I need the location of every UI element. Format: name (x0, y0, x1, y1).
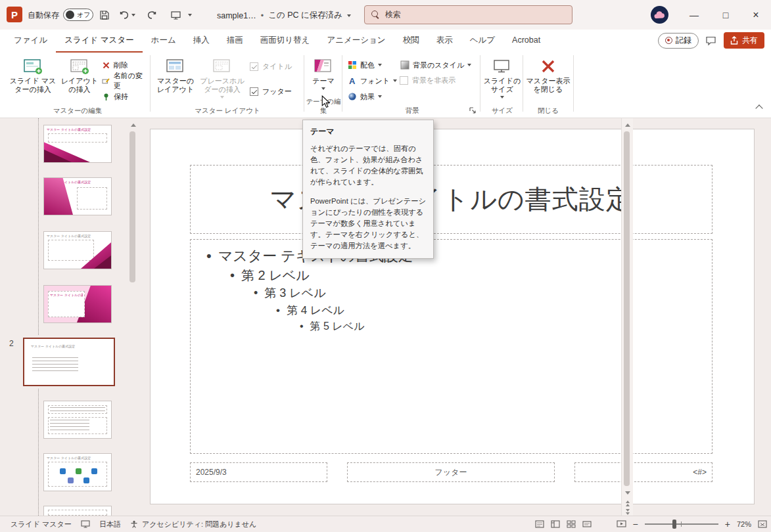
bullet-text: 第 2 レベル (241, 266, 310, 284)
tab-help[interactable]: ヘルプ (461, 30, 503, 53)
main-scrollbar[interactable] (621, 118, 633, 516)
thumbnail-scrollbar[interactable] (128, 118, 138, 516)
language-label[interactable]: 日本語 (99, 520, 121, 529)
minimize-button[interactable]: — (679, 0, 709, 30)
group-background: 配色 A フォント 効果 背景のスタイル (344, 53, 480, 118)
redo-button[interactable] (143, 7, 160, 24)
group-divider (480, 55, 480, 112)
layout-thumbnail-2[interactable]: マスター タイトルの書式設定 (43, 177, 112, 215)
effects-button[interactable]: 効果 (346, 89, 384, 104)
slideshow-dropdown-icon[interactable] (188, 14, 192, 16)
accessibility-status[interactable]: アクセシビリティ: 問題ありません (142, 520, 256, 529)
title-placeholder[interactable]: マスター タイトルの書式設定 (190, 165, 713, 234)
fit-to-window-button[interactable] (758, 520, 767, 528)
master-layout-button[interactable]: マスターのレイアウト (154, 55, 197, 107)
thumbnail-scroll-thumb[interactable] (129, 131, 135, 282)
zoom-level[interactable]: 72% (737, 520, 751, 528)
insert-layout-button[interactable]: レイアウトの挿入 (60, 55, 99, 107)
colors-button[interactable]: 配色 (346, 58, 384, 72)
tab-file[interactable]: ファイル (5, 30, 56, 53)
toggle-knob-icon (66, 11, 74, 19)
zoom-slider[interactable] (645, 523, 718, 525)
thumbnail-placeholder (48, 133, 107, 143)
slide[interactable]: マスター タイトルの書式設定 • マスター テキストの書式設定 • 第 2 レベ… (150, 129, 755, 504)
delete-button[interactable]: 削除 (100, 58, 130, 72)
view-name-label: スライド マスター (11, 520, 72, 529)
share-button[interactable]: 共有 (724, 32, 764, 49)
background-dialog-launcher[interactable] (469, 106, 477, 115)
footer-checkbox-row[interactable]: フッター (250, 87, 292, 97)
group-label-master-layout: マスター レイアウト (152, 106, 302, 116)
thumbnail-placeholder (48, 462, 107, 487)
search-input[interactable]: 検索 (364, 5, 572, 24)
zoom-out-button[interactable]: − (633, 519, 638, 529)
layout-thumbnail-4[interactable]: マスター タイトルの書式設定 (43, 285, 112, 323)
comments-icon[interactable] (705, 35, 717, 46)
powerpoint-logo-icon[interactable]: P (7, 7, 22, 22)
fonts-button[interactable]: A フォント (346, 74, 399, 88)
tabs-right-controls: 記録 共有 (658, 32, 764, 49)
date-placeholder[interactable]: 2025/9/3 (190, 462, 327, 482)
slideshow-button[interactable] (617, 520, 626, 528)
tab-home[interactable]: ホーム (143, 30, 185, 53)
layout-thumbnail-6[interactable] (43, 401, 112, 439)
record-button[interactable]: 記録 (658, 33, 699, 49)
notes-button[interactable] (535, 520, 544, 528)
autosave-toggle[interactable]: オフ (63, 9, 93, 21)
tab-animations[interactable]: アニメーション (318, 30, 394, 53)
tab-insert[interactable]: 挿入 (185, 30, 218, 53)
scroll-up-button[interactable] (622, 120, 634, 130)
close-button[interactable]: × (741, 0, 771, 30)
footer-checkbox[interactable] (250, 87, 258, 96)
tab-review[interactable]: 校閲 (394, 30, 428, 53)
reading-view-button[interactable] (582, 520, 592, 528)
start-slideshow-button[interactable] (167, 7, 184, 24)
preserve-button[interactable]: 保持 (100, 89, 130, 104)
tab-slide-master[interactable]: スライド マスター (56, 30, 143, 53)
scroll-thumb[interactable] (624, 131, 630, 486)
collapse-ribbon-button[interactable] (755, 104, 762, 112)
save-button[interactable] (96, 7, 113, 24)
record-label: 記録 (676, 35, 691, 46)
statusbar: スライド マスター 日本語 アクセシビリティ: 問題ありません − + (0, 516, 771, 532)
slide-size-button[interactable]: スライドのサイズ (483, 55, 521, 107)
rename-button[interactable]: 名前の変更 (100, 74, 150, 88)
undo-button[interactable] (116, 7, 133, 24)
insert-slide-master-button[interactable]: スライド マスターの挿入 (7, 55, 59, 107)
footer-placeholder[interactable]: フッター (347, 462, 555, 482)
layout-thumbnail-7[interactable]: マスター タイトルの書式設定 (43, 453, 112, 491)
slide-sorter-button[interactable] (567, 520, 576, 528)
slide-date: 2025/9/3 (196, 468, 227, 477)
layout-thumbnail-3[interactable]: マスター タイトルの書式設定 (43, 231, 112, 269)
bullet-level-1: • マスター テキストの書式設定 (206, 246, 712, 266)
account-avatar[interactable] (651, 6, 668, 24)
tab-view[interactable]: 表示 (428, 30, 461, 53)
ribbon-tabs: ファイル スライド マスター ホーム 挿入 描画 画面切り替え アニメーション … (5, 30, 549, 53)
layout-thumbnail-8[interactable] (43, 506, 112, 516)
scroll-down-button[interactable] (622, 487, 634, 498)
bullet-level-5: • 第 5 レベル (300, 319, 712, 334)
background-styles-button[interactable]: 背景のスタイル (398, 58, 473, 72)
fonts-dropdown-icon (393, 79, 397, 82)
layout-thumbnail-1[interactable]: マスター タイトルの書式設定 (43, 125, 112, 163)
close-master-view-label: マスター表示を閉じる (526, 77, 571, 94)
tab-transitions[interactable]: 画面切り替え (252, 30, 319, 53)
normal-view-button[interactable] (551, 520, 560, 528)
close-master-view-button[interactable]: マスター表示を閉じる (526, 55, 571, 107)
bullet-level-4: • 第 4 レベル (276, 302, 712, 319)
thumbnail-panel: マスター タイトルの書式設定 マスター タイトルの書式設定 マスター タイトルの… (0, 118, 128, 516)
titlebar: P 自動保存 オフ sample1… • この PC に保存済み (0, 0, 771, 30)
tab-draw[interactable]: 描画 (218, 30, 252, 53)
slide-size-icon (492, 58, 512, 75)
body-placeholder[interactable]: • マスター テキストの書式設定 • 第 2 レベル • 第 3 レベル • 第… (190, 239, 713, 454)
zoom-in-button[interactable]: + (725, 519, 730, 529)
zoom-handle[interactable] (672, 520, 676, 529)
maximize-button[interactable]: □ (711, 0, 741, 30)
document-title[interactable]: sample1… • この PC に保存済み (217, 10, 351, 21)
group-edit-theme: テーマ テーマの編集 (305, 53, 342, 118)
selected-master-thumbnail[interactable]: マスター タイトルの書式設定 (23, 338, 115, 386)
number-placeholder[interactable]: <#> (574, 462, 713, 482)
display-settings-icon[interactable] (81, 520, 90, 528)
tab-acrobat[interactable]: Acrobat (503, 30, 549, 53)
undo-dropdown-icon[interactable] (131, 14, 135, 16)
